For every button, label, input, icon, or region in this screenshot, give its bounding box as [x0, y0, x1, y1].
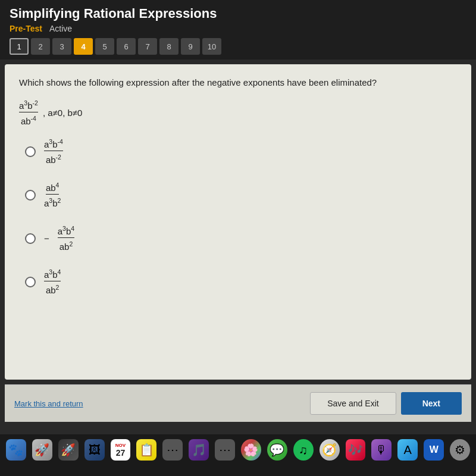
- content-area: Which shows the following expression aft…: [5, 64, 471, 380]
- spotify-icon[interactable]: ♫: [293, 439, 314, 461]
- expression-display: a3b-2 ab-4 , a≠0, b≠0: [19, 99, 457, 126]
- fraction-c: a3b4 ab2: [58, 225, 74, 252]
- tab-4[interactable]: 4: [74, 38, 93, 55]
- appstore-icon[interactable]: A: [397, 439, 418, 461]
- calendar-icon[interactable]: NOV 27: [111, 439, 131, 461]
- action-buttons: Save and Exit Next: [310, 392, 462, 415]
- option-c[interactable]: − a3b4 ab2: [25, 225, 457, 252]
- condition-text: , a≠0, b≠0: [43, 108, 83, 118]
- denominator-c: ab2: [60, 239, 73, 252]
- dots-icon[interactable]: ⋯: [162, 439, 183, 461]
- tab-7[interactable]: 7: [138, 38, 157, 55]
- option-a[interactable]: a3b-4 ab-2: [25, 138, 457, 165]
- mark-return-link[interactable]: Mark this and return: [14, 399, 83, 408]
- word-icon[interactable]: W: [424, 439, 444, 461]
- tabs-row: 1 2 3 4 5 6 7 8 9 10: [10, 38, 466, 60]
- rocket-icon[interactable]: 🚀: [58, 439, 79, 461]
- tab-8[interactable]: 8: [159, 38, 178, 55]
- radio-c[interactable]: [25, 233, 36, 244]
- main-fraction: a3b-2 ab-4: [19, 99, 38, 126]
- main-denominator: ab-4: [21, 114, 36, 126]
- dots2-icon[interactable]: ⋯: [215, 439, 235, 461]
- tab-10[interactable]: 10: [202, 38, 221, 55]
- denominator-d: ab2: [46, 283, 60, 295]
- messages-icon[interactable]: 💬: [267, 439, 287, 461]
- main-numerator: a3b-2: [19, 99, 38, 112]
- active-label: Active: [49, 24, 72, 33]
- page-title: Simplifying Rational Expressions: [10, 6, 466, 24]
- radio-a[interactable]: [25, 146, 36, 157]
- tab-9[interactable]: 9: [181, 38, 200, 55]
- music2-icon[interactable]: 🎵: [189, 439, 209, 461]
- save-exit-button[interactable]: Save and Exit: [310, 392, 396, 415]
- photos-alt-icon[interactable]: 🖼: [84, 439, 105, 461]
- tab-1[interactable]: 1: [10, 38, 29, 55]
- fraction-a: a3b-4 ab-2: [44, 138, 63, 165]
- main-container: Simplifying Rational Expressions Pre-Tes…: [0, 0, 476, 434]
- fraction-d: a3b4 ab2: [44, 268, 61, 295]
- photos-icon[interactable]: 🌸: [241, 439, 261, 461]
- numerator-b: ab4: [46, 181, 60, 195]
- numerator-d: a3b4: [44, 268, 61, 281]
- tab-2[interactable]: 2: [31, 38, 50, 55]
- launchpad-icon[interactable]: 🚀: [32, 439, 52, 461]
- denominator-a: ab-2: [46, 152, 61, 165]
- option-d[interactable]: a3b4 ab2: [25, 268, 457, 295]
- header: Simplifying Rational Expressions Pre-Tes…: [0, 0, 476, 60]
- itunes-icon[interactable]: 🎶: [346, 439, 366, 461]
- tab-6[interactable]: 6: [117, 38, 136, 55]
- negative-sign-c: −: [44, 233, 49, 243]
- tab-3[interactable]: 3: [52, 38, 71, 55]
- finder-icon[interactable]: 🐾: [6, 439, 26, 461]
- taskbar: 🐾 🚀 🚀 🖼 NOV 27 📋 ⋯ 🎵 ⋯ 🌸 💬 ♫ 🧭 🎶 🎙 A W ⚙: [0, 434, 476, 465]
- fraction-b: ab4 a3b2: [44, 181, 61, 208]
- calendar-date: 27: [116, 448, 126, 458]
- subtitle-row: Pre-Test Active: [10, 24, 466, 38]
- radio-d[interactable]: [25, 277, 36, 287]
- numerator-a: a3b-4: [44, 138, 63, 151]
- numerator-c: a3b4: [58, 225, 74, 238]
- question-text: Which shows the following expression aft…: [19, 76, 457, 89]
- denominator-b: a3b2: [44, 196, 61, 208]
- safari-icon[interactable]: 🧭: [320, 439, 340, 461]
- radio-b[interactable]: [25, 190, 36, 201]
- option-b[interactable]: ab4 a3b2: [25, 181, 457, 208]
- podcast-icon[interactable]: 🎙: [371, 439, 392, 461]
- notes-icon[interactable]: 📋: [136, 439, 156, 461]
- tab-5[interactable]: 5: [95, 38, 114, 55]
- next-button[interactable]: Next: [401, 392, 462, 415]
- pre-test-label: Pre-Test: [10, 24, 42, 33]
- bottom-bar: Mark this and return Save and Exit Next: [5, 384, 471, 422]
- answer-options: a3b-4 ab-2 ab4 a3b2 − a3b4 ab2: [19, 138, 457, 295]
- settings-icon[interactable]: ⚙: [450, 439, 470, 461]
